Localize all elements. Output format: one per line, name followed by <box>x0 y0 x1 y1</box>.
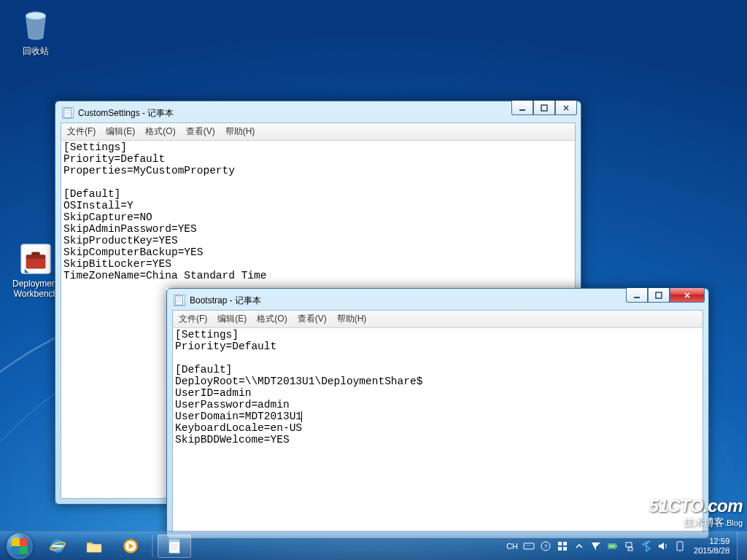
minimize-button[interactable] <box>511 101 533 115</box>
taskbar-app-notepad[interactable] <box>158 534 191 558</box>
media-player-icon <box>121 537 140 556</box>
titlebar[interactable]: Bootstrap - 记事本 <box>172 294 703 310</box>
svg-rect-42 <box>628 548 632 551</box>
svg-rect-37 <box>563 547 567 551</box>
bluetooth-icon[interactable] <box>640 540 652 552</box>
taskbar[interactable]: CH ? 12:59 2015/8/28 <box>0 531 747 560</box>
svg-rect-41 <box>626 542 632 547</box>
svg-rect-5 <box>31 252 40 255</box>
menu-bar: 文件(F) 编辑(E) 格式(O) 查看(V) 帮助(H) <box>61 123 575 141</box>
svg-rect-40 <box>609 545 615 548</box>
maximize-button[interactable] <box>533 101 555 115</box>
system-tray: CH ? 12:59 2015/8/28 <box>506 537 737 556</box>
svg-rect-36 <box>558 547 562 551</box>
taskbar-pin-mediaplayer[interactable] <box>114 534 147 558</box>
action-center-icon[interactable] <box>590 540 602 552</box>
menu-format[interactable]: 格式(O) <box>145 125 175 138</box>
svg-rect-20 <box>87 544 101 552</box>
window-title: CustomSettings - 记事本 <box>78 107 574 120</box>
svg-rect-34 <box>558 542 562 545</box>
svg-rect-17 <box>656 292 662 298</box>
notepad-icon <box>174 295 185 306</box>
window-title: Bootstrap - 记事本 <box>190 295 702 307</box>
device-icon[interactable] <box>674 540 686 552</box>
menu-help[interactable]: 帮助(H) <box>225 125 255 138</box>
network-icon[interactable] <box>624 540 635 552</box>
recycle-bin-icon <box>19 9 53 42</box>
notepad-icon <box>165 537 184 556</box>
svg-rect-39 <box>616 545 617 547</box>
minimize-button[interactable] <box>626 288 648 303</box>
svg-rect-11 <box>541 105 547 111</box>
svg-rect-3 <box>26 257 46 268</box>
close-button[interactable] <box>555 101 577 115</box>
svg-rect-6 <box>64 109 71 117</box>
watermark: 51CTO.com 技术博客.Blog <box>649 496 743 529</box>
menu-view[interactable]: 查看(V) <box>298 313 327 325</box>
taskbar-pin-ie[interactable] <box>41 534 74 558</box>
window-bootstrap[interactable]: Bootstrap - 记事本 文件(F) 编辑(E) 格式(O) 查看(V) … <box>166 288 709 539</box>
desktop-icon-label: Deployment Workbench <box>12 279 59 299</box>
menu-edit[interactable]: 编辑(E) <box>217 313 247 325</box>
svg-rect-28 <box>524 543 534 549</box>
notepad-icon <box>62 107 74 119</box>
svg-rect-43 <box>677 542 683 551</box>
volume-icon[interactable] <box>657 540 669 552</box>
editor-area[interactable]: [Settings] Priority=Default [Default] De… <box>173 328 703 532</box>
menu-view[interactable]: 查看(V) <box>186 125 215 138</box>
titlebar[interactable]: CustomSettings - 记事本 <box>61 106 576 122</box>
options-icon[interactable] <box>557 540 568 552</box>
menu-file[interactable]: 文件(F) <box>67 125 96 138</box>
toolbox-icon <box>19 242 53 276</box>
desktop-icon-label: 回收站 <box>23 45 49 58</box>
tray-expand-icon[interactable] <box>573 540 585 552</box>
help-icon[interactable]: ? <box>540 540 551 552</box>
menu-help[interactable]: 帮助(H) <box>337 313 367 325</box>
svg-rect-35 <box>563 542 567 545</box>
close-button[interactable] <box>670 288 705 303</box>
desktop-icon-recyclebin[interactable]: 回收站 <box>10 9 61 58</box>
svg-point-31 <box>530 545 530 545</box>
client-area: 文件(F) 编辑(E) 格式(O) 查看(V) 帮助(H) [Settings]… <box>172 310 703 533</box>
menu-edit[interactable]: 编辑(E) <box>106 125 135 138</box>
start-button[interactable] <box>0 532 39 561</box>
battery-icon[interactable] <box>607 540 619 552</box>
svg-rect-12 <box>176 296 183 305</box>
taskbar-pin-explorer[interactable] <box>77 534 111 558</box>
svg-point-30 <box>527 545 528 545</box>
svg-point-29 <box>525 545 526 545</box>
keyboard-icon[interactable] <box>523 540 535 552</box>
maximize-button[interactable] <box>648 288 670 303</box>
svg-text:?: ? <box>544 543 548 550</box>
menu-format[interactable]: 格式(O) <box>257 313 287 325</box>
menu-file[interactable]: 文件(F) <box>179 313 207 325</box>
show-desktop-button[interactable] <box>737 532 747 561</box>
ime-indicator[interactable]: CH <box>506 542 518 551</box>
windows-orb-icon <box>7 533 33 559</box>
svg-rect-24 <box>169 539 180 542</box>
menu-bar: 文件(F) 编辑(E) 格式(O) 查看(V) 帮助(H) <box>173 311 703 328</box>
folder-icon <box>85 537 104 556</box>
clock[interactable]: 12:59 2015/8/28 <box>691 537 732 556</box>
ie-icon <box>48 537 67 556</box>
text-caret <box>301 411 302 422</box>
